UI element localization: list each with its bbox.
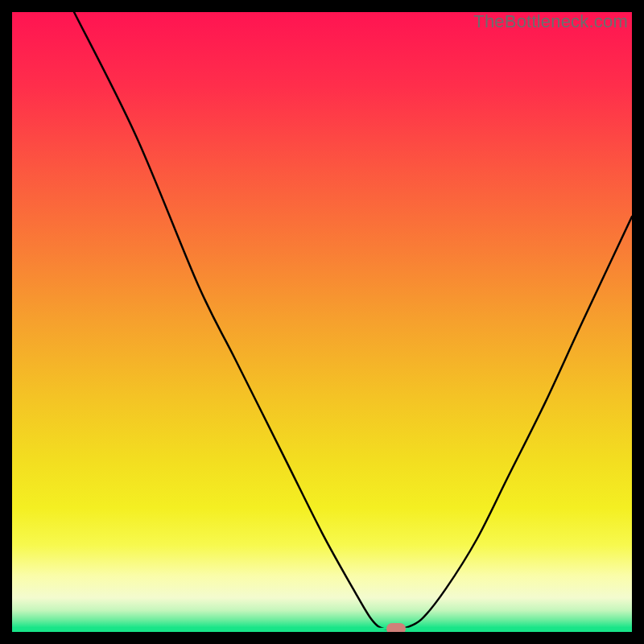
svg-rect-0 bbox=[12, 12, 632, 632]
chart-frame: TheBottleneck.com bbox=[0, 0, 644, 644]
plot-area bbox=[12, 12, 632, 632]
optimal-marker bbox=[386, 623, 406, 632]
watermark-text: TheBottleneck.com bbox=[473, 11, 628, 32]
gradient-background bbox=[12, 12, 632, 632]
